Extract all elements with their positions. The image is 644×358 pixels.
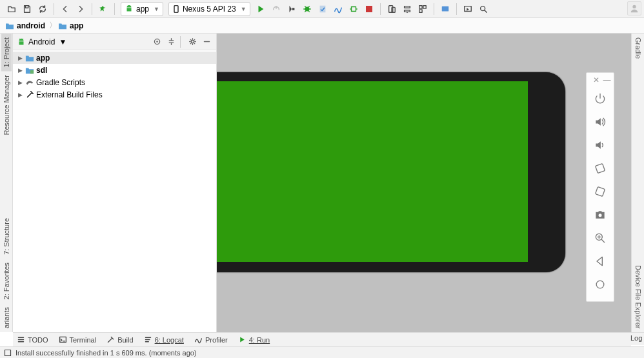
tab-resource-manager[interactable]: Resource Manager: [1, 71, 12, 139]
tab-project[interactable]: 1: Project: [1, 34, 12, 71]
sdk-manager-icon[interactable]: [401, 3, 414, 15]
tab-gradle[interactable]: Gradle: [633, 34, 643, 63]
apply-changes-icon[interactable]: [270, 3, 283, 15]
tree-node-gradle[interactable]: ▶ Gradle Scripts: [13, 76, 216, 88]
svg-rect-0: [174, 5, 178, 12]
chevron-down-icon: ▼: [241, 6, 247, 12]
tree-label: Gradle Scripts: [36, 78, 85, 87]
emulator-window-icon[interactable]: [461, 3, 474, 15]
emulator-back-icon[interactable]: [587, 250, 613, 273]
breadcrumb: android 〉 app: [0, 18, 644, 34]
chevron-down-icon: ▼: [154, 6, 159, 12]
run-icon[interactable]: [254, 3, 267, 15]
profiler-icon[interactable]: [332, 3, 345, 15]
back-icon[interactable]: [59, 3, 72, 15]
emulator-rotate-right-icon[interactable]: [587, 180, 613, 203]
status-icon[interactable]: [4, 349, 12, 357]
tab-run[interactable]: 4: Run: [238, 335, 270, 344]
emulator-home-icon[interactable]: [587, 273, 613, 296]
tree-node-sdl[interactable]: ▶ sdl: [13, 64, 216, 76]
run-config-label: app: [134, 5, 152, 14]
separator: [54, 3, 54, 15]
expand-icon[interactable]: ▶: [17, 79, 23, 86]
separator: [434, 3, 434, 15]
status-bar: Install successfully finished in 1 s 609…: [0, 346, 644, 358]
emulator-controls: ✕ —: [586, 72, 614, 302]
coverage-icon[interactable]: [316, 3, 329, 15]
run-config-dropdown[interactable]: app ▼: [121, 2, 163, 16]
android-icon: [17, 37, 26, 46]
project-tree[interactable]: ▶ app ▶ sdl ▶ Gradle Scripts ▶ External …: [13, 50, 216, 332]
emulator-power-icon[interactable]: [587, 87, 613, 110]
emulator-close-icon[interactable]: ✕: [592, 75, 600, 85]
device-label: Nexus 5 API 23: [180, 5, 239, 14]
module-icon: [25, 54, 35, 63]
project-view-label: Android: [28, 37, 55, 46]
tab-logcat[interactable]: 6: Logcat: [144, 335, 184, 344]
svg-point-17: [599, 214, 602, 217]
hammer-icon: [106, 335, 115, 344]
project-tool-window: Android ▼ ▶ app ▶ sdl ▶: [13, 34, 217, 332]
debug-icon[interactable]: [301, 3, 314, 15]
emulator-rotate-left-icon[interactable]: [587, 157, 613, 180]
tab-build[interactable]: Build: [106, 335, 133, 344]
emulator-volume-down-icon[interactable]: [587, 134, 613, 157]
sync-icon[interactable]: [36, 3, 49, 15]
build-tools-icon: [25, 90, 35, 99]
phone-icon: [172, 5, 180, 14]
avd-manager-icon[interactable]: [385, 3, 398, 15]
tab-device-file-explorer[interactable]: Device File Explorer: [633, 261, 643, 332]
forward-icon[interactable]: [74, 3, 87, 15]
profiler-icon: [194, 335, 203, 344]
tree-node-app[interactable]: ▶ app: [13, 52, 216, 64]
gear-icon[interactable]: [186, 36, 198, 48]
tab-build-variants[interactable]: ariants: [1, 303, 12, 332]
device-dropdown[interactable]: Nexus 5 API 23 ▼: [168, 2, 250, 16]
tab-structure[interactable]: 7: Structure: [1, 214, 12, 259]
breadcrumb-item[interactable]: app: [58, 21, 83, 30]
tab-label: 6: Logcat: [155, 336, 184, 344]
hide-icon[interactable]: [201, 36, 212, 48]
breadcrumb-label: app: [70, 21, 83, 30]
svg-rect-6: [419, 9, 421, 12]
expand-icon[interactable]: ▶: [17, 92, 23, 98]
tab-todo[interactable]: TODO: [17, 335, 48, 344]
tab-terminal[interactable]: Terminal: [59, 335, 97, 344]
svg-rect-15: [596, 164, 605, 174]
layout-inspector-icon[interactable]: [439, 3, 452, 15]
open-icon[interactable]: [5, 3, 18, 15]
collapse-all-icon[interactable]: [165, 36, 177, 48]
emulator-volume-up-icon[interactable]: [587, 110, 613, 134]
tab-event-log[interactable]: Log: [631, 332, 644, 345]
bottom-tool-strip: TODO Terminal Build 6: Logcat Profiler 4…: [13, 332, 631, 346]
search-icon[interactable]: [477, 3, 490, 15]
tab-label: TODO: [28, 336, 48, 344]
emulator-minimize-icon[interactable]: —: [603, 75, 611, 85]
save-icon[interactable]: [21, 3, 34, 15]
attach-debugger-icon[interactable]: [347, 3, 360, 15]
emulator-zoom-icon[interactable]: [587, 226, 613, 250]
separator: [114, 3, 115, 15]
project-view-selector[interactable]: Android ▼: [17, 37, 66, 46]
tab-label: 4: Run: [249, 336, 270, 344]
chevron-down-icon: ▼: [59, 37, 66, 46]
emulator-screenshot-icon[interactable]: [587, 203, 613, 226]
expand-icon[interactable]: ▶: [17, 67, 23, 74]
make-icon[interactable]: [97, 3, 110, 15]
tab-label: Terminal: [70, 336, 97, 344]
tree-node-external[interactable]: ▶ External Build Files: [13, 88, 216, 101]
expand-icon[interactable]: ▶: [17, 55, 23, 61]
stop-icon[interactable]: [363, 3, 376, 15]
tab-favorites[interactable]: 2: Favorites: [1, 259, 12, 303]
breadcrumb-item[interactable]: android: [5, 21, 45, 30]
list-icon: [17, 335, 25, 344]
resource-manager-icon[interactable]: [416, 3, 429, 15]
apply-code-icon[interactable]: [285, 3, 298, 15]
tree-label: app: [36, 54, 50, 63]
main-toolbar: app ▼ Nexus 5 API 23 ▼: [0, 0, 644, 18]
select-opened-file-icon[interactable]: [151, 36, 163, 48]
svg-rect-5: [423, 5, 425, 8]
emulator-screen[interactable]: [217, 81, 528, 262]
tab-profiler[interactable]: Profiler: [194, 335, 228, 344]
user-avatar-icon[interactable]: [627, 1, 641, 15]
